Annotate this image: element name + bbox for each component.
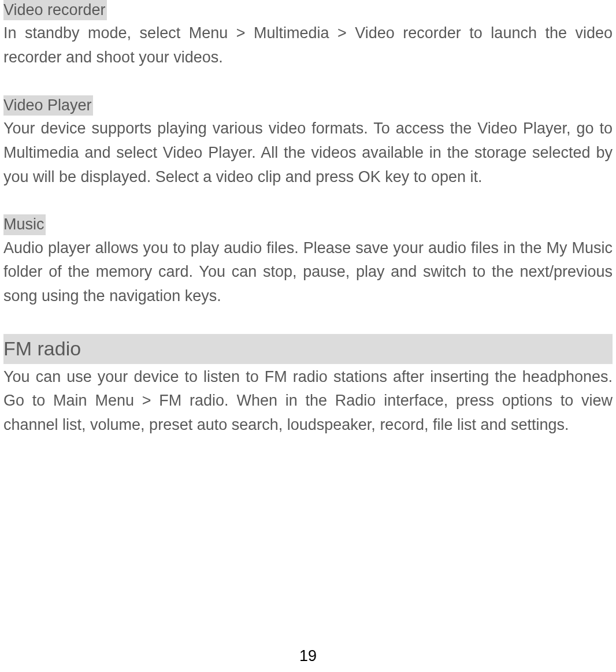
- section-music: Music Audio player allows you to play au…: [3, 214, 613, 309]
- page-number: 19: [0, 647, 616, 665]
- section-video-player: Video Player Your device supports playin…: [3, 95, 613, 190]
- body-video-player: Your device supports playing various vid…: [3, 117, 613, 190]
- heading-video-recorder: Video recorder: [3, 0, 107, 20]
- heading-music: Music: [3, 214, 46, 235]
- section-video-recorder: Video recorder In standby mode, select M…: [3, 0, 613, 70]
- body-video-recorder: In standby mode, select Menu > Multimedi…: [3, 21, 613, 70]
- body-music: Audio player allows you to play audio fi…: [3, 236, 613, 309]
- heading-video-player: Video Player: [3, 95, 93, 116]
- heading-fm-radio: FM radio: [3, 334, 613, 364]
- body-fm-radio: You can use your device to listen to FM …: [3, 365, 613, 438]
